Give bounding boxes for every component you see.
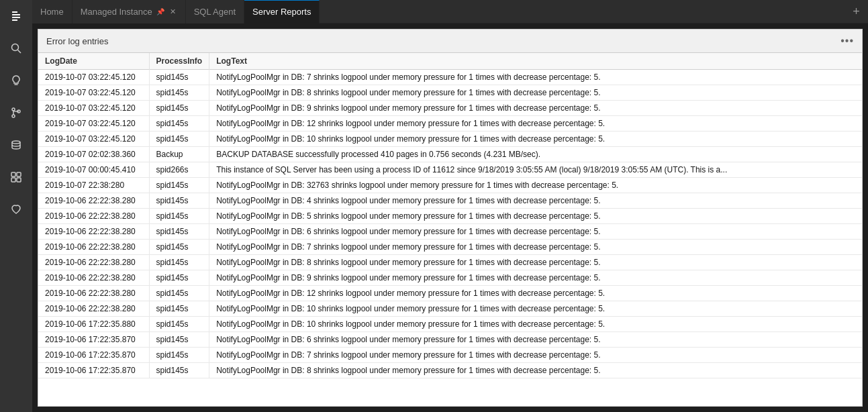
database-icon[interactable] <box>0 129 32 161</box>
cell-logdate: 2019-10-06 22:22:38.280 <box>38 240 149 255</box>
svg-rect-0 <box>12 11 17 13</box>
search-icon[interactable] <box>0 32 32 64</box>
new-tab-button[interactable]: + <box>845 0 868 23</box>
cell-processinfo: spid145s <box>149 116 209 132</box>
tab-managed-instance[interactable]: Managed Instance 📌 ✕ <box>73 0 186 23</box>
svg-point-7 <box>12 108 15 111</box>
cell-logtext: NotifyLogPoolMgr in DB: 5 shrinks logpoo… <box>209 209 862 224</box>
cell-logdate: 2019-10-06 22:22:38.280 <box>38 193 149 209</box>
tab-server-reports[interactable]: Server Reports <box>244 0 320 23</box>
tab-sql-agent-label: SQL Agent <box>194 7 236 17</box>
table-row: 2019-10-07 03:22:45.120spid145sNotifyLog… <box>38 132 862 147</box>
cell-logtext: NotifyLogPoolMgr in DB: 10 shrinks logpo… <box>209 301 862 317</box>
table-row: 2019-10-07 03:22:45.120spid145sNotifyLog… <box>38 101 862 116</box>
cell-logdate: 2019-10-06 17:22:35.870 <box>38 363 149 378</box>
cell-processinfo: spid145s <box>149 286 209 301</box>
table-row: 2019-10-06 22:22:38.280spid145sNotifyLog… <box>38 224 862 240</box>
svg-point-8 <box>12 115 15 117</box>
cell-processinfo: spid145s <box>149 317 209 332</box>
svg-rect-15 <box>17 178 21 182</box>
cell-logtext: NotifyLogPoolMgr in DB: 6 shrinks logpoo… <box>209 332 862 348</box>
cell-processinfo: spid145s <box>149 224 209 240</box>
cell-logtext: NotifyLogPoolMgr in DB: 8 shrinks logpoo… <box>209 85 862 101</box>
table-container[interactable]: LogDate ProcessInfo LogText 2019-10-07 0… <box>38 53 862 406</box>
svg-rect-13 <box>17 172 21 176</box>
files-icon[interactable] <box>0 0 32 32</box>
svg-point-4 <box>12 44 19 51</box>
table-row: 2019-10-06 22:22:38.280spid145sNotifyLog… <box>38 270 862 286</box>
table-row: 2019-10-06 17:22:35.880spid145sNotifyLog… <box>38 317 862 332</box>
cell-logtext: This instance of SQL Server has been usi… <box>209 162 862 178</box>
cell-logdate: 2019-10-07 03:22:45.120 <box>38 85 149 101</box>
table-row: 2019-10-07 03:22:45.120spid145sNotifyLog… <box>38 70 862 85</box>
table-row: 2019-10-07 03:22:45.120spid145sNotifyLog… <box>38 85 862 101</box>
table-row: 2019-10-06 22:22:38.280spid145sNotifyLog… <box>38 240 862 255</box>
error-log-panel: Error log entries ••• LogDate ProcessInf… <box>38 29 863 407</box>
extensions-icon[interactable] <box>0 161 32 193</box>
cell-processinfo: spid145s <box>149 363 209 378</box>
cell-processinfo: spid145s <box>149 70 209 85</box>
cell-processinfo: spid145s <box>149 270 209 286</box>
panel-title: Error log entries <box>46 36 108 46</box>
cell-processinfo: spid145s <box>149 193 209 209</box>
cell-processinfo: spid145s <box>149 132 209 147</box>
error-log-table: LogDate ProcessInfo LogText 2019-10-07 0… <box>38 53 862 378</box>
tab-bar: Home Managed Instance 📌 ✕ SQL Agent Serv… <box>32 0 868 23</box>
cell-logtext: NotifyLogPoolMgr in DB: 7 shrinks logpoo… <box>209 70 862 85</box>
cell-logdate: 2019-10-07 02:02:38.360 <box>38 147 149 162</box>
table-row: 2019-10-07 22:38:280spid145sNotifyLogPoo… <box>38 178 862 193</box>
cell-logtext: NotifyLogPoolMgr in DB: 7 shrinks logpoo… <box>209 348 862 363</box>
git-branch-icon[interactable] <box>0 97 32 129</box>
sidebar <box>0 0 32 412</box>
tab-home-label: Home <box>40 7 64 17</box>
table-row: 2019-10-06 22:22:38.280spid145sNotifyLog… <box>38 209 862 224</box>
svg-line-5 <box>18 50 21 54</box>
cell-logtext: NotifyLogPoolMgr in DB: 12 shrinks logpo… <box>209 116 862 132</box>
cell-logdate: 2019-10-06 22:22:38.280 <box>38 224 149 240</box>
cell-logtext: NotifyLogPoolMgr in DB: 9 shrinks logpoo… <box>209 101 862 116</box>
cell-logdate: 2019-10-07 03:22:45.120 <box>38 70 149 85</box>
cell-processinfo: spid145s <box>149 255 209 270</box>
tab-pin-icon: 📌 <box>156 8 164 15</box>
cell-logtext: BACKUP DATABASE successfully processed 4… <box>209 147 862 162</box>
tab-managed-instance-label: Managed Instance <box>81 7 152 17</box>
svg-point-11 <box>12 141 20 144</box>
tab-server-reports-label: Server Reports <box>252 7 311 17</box>
cell-logdate: 2019-10-07 03:22:45.120 <box>38 116 149 132</box>
cell-logtext: NotifyLogPoolMgr in DB: 8 shrinks logpoo… <box>209 363 862 378</box>
cell-logdate: 2019-10-07 03:22:45.120 <box>38 132 149 147</box>
cell-logdate: 2019-10-06 22:22:38.280 <box>38 209 149 224</box>
cell-processinfo: spid145s <box>149 101 209 116</box>
cell-logtext: NotifyLogPoolMgr in DB: 12 shrinks logpo… <box>209 286 862 301</box>
cell-logdate: 2019-10-06 22:22:38.280 <box>38 301 149 317</box>
cell-logdate: 2019-10-07 03:22:45.120 <box>38 101 149 116</box>
col-logtext: LogText <box>209 53 862 70</box>
cell-processinfo: spid145s <box>149 348 209 363</box>
tab-sql-agent[interactable]: SQL Agent <box>186 0 244 23</box>
cell-logdate: 2019-10-07 00:00:45.410 <box>38 162 149 178</box>
panel-menu-button[interactable]: ••• <box>840 35 854 47</box>
cell-logtext: NotifyLogPoolMgr in DB: 10 shrinks logpo… <box>209 317 862 332</box>
tab-home[interactable]: Home <box>32 0 73 23</box>
cell-logtext: NotifyLogPoolMgr in DB: 32763 shrinks lo… <box>209 178 862 193</box>
table-row: 2019-10-06 22:22:38.280spid145sNotifyLog… <box>38 301 862 317</box>
cell-logtext: NotifyLogPoolMgr in DB: 10 shrinks logpo… <box>209 132 862 147</box>
tab-managed-instance-close[interactable]: ✕ <box>168 7 177 17</box>
heart-icon[interactable] <box>0 193 32 225</box>
cell-processinfo: spid266s <box>149 162 209 178</box>
cell-logtext: NotifyLogPoolMgr in DB: 7 shrinks logpoo… <box>209 240 862 255</box>
svg-rect-1 <box>12 14 20 15</box>
cell-logtext: NotifyLogPoolMgr in DB: 8 shrinks logpoo… <box>209 255 862 270</box>
table-row: 2019-10-07 02:02:38.360BackupBACKUP DATA… <box>38 147 862 162</box>
table-row: 2019-10-06 22:22:38.280spid145sNotifyLog… <box>38 193 862 209</box>
panel-header: Error log entries ••• <box>38 30 862 53</box>
cell-logdate: 2019-10-06 17:22:35.870 <box>38 348 149 363</box>
cell-logdate: 2019-10-06 22:22:38.280 <box>38 270 149 286</box>
lightbulb-icon[interactable] <box>0 64 32 97</box>
cell-processinfo: spid145s <box>149 178 209 193</box>
cell-processinfo: spid145s <box>149 332 209 348</box>
cell-logtext: NotifyLogPoolMgr in DB: 9 shrinks logpoo… <box>209 270 862 286</box>
cell-processinfo: spid145s <box>149 209 209 224</box>
svg-rect-3 <box>12 19 17 21</box>
table-row: 2019-10-06 17:22:35.870spid145sNotifyLog… <box>38 363 862 378</box>
